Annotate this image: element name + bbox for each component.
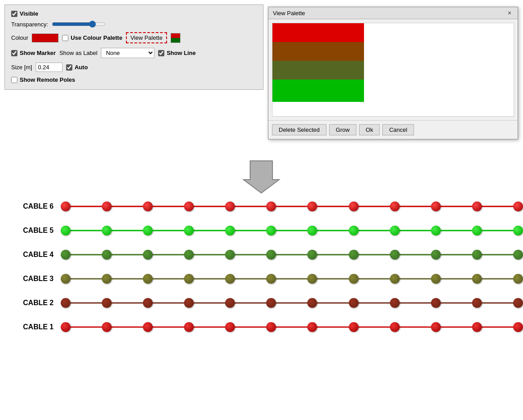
view-palette-button[interactable]: View Palette: [126, 32, 167, 43]
cable-dot: [431, 226, 441, 235]
delete-selected-button[interactable]: Delete Selected: [272, 124, 326, 135]
show-remote-poles-checkbox[interactable]: [11, 77, 17, 83]
cable-dot: [513, 298, 523, 308]
marker-row: Show Marker Show as Label None Name ID S…: [11, 48, 257, 58]
cable-dot: [349, 250, 359, 260]
cable-dot: [143, 250, 153, 260]
cable-dot: [266, 226, 276, 235]
palette-close-button[interactable]: ×: [506, 9, 513, 17]
cable-dot: [472, 226, 482, 235]
cable-dot: [266, 322, 276, 332]
cable-dot: [102, 274, 112, 284]
cable-dot: [225, 322, 235, 332]
palette-stripe-4: [272, 80, 364, 102]
cable-row: CABLE 5: [0, 225, 523, 236]
cable-label: CABLE 5: [0, 227, 54, 235]
cancel-button[interactable]: Cancel: [382, 124, 414, 135]
cable-dot: [184, 322, 194, 332]
svg-marker-0: [243, 161, 279, 193]
cable-dot: [61, 298, 71, 308]
cable-line-container: [61, 298, 523, 308]
cable-dots: [61, 298, 523, 308]
show-remote-poles-label[interactable]: Show Remote Poles: [11, 76, 75, 83]
transparency-slider[interactable]: [52, 21, 105, 28]
cable-dot: [431, 298, 441, 308]
cable-dot: [513, 250, 523, 260]
visible-checkbox-label[interactable]: Visible: [11, 10, 38, 17]
grow-button[interactable]: Grow: [329, 124, 356, 135]
cable-dot: [307, 250, 317, 260]
cable-dot: [431, 274, 441, 284]
use-colour-palette-checkbox[interactable]: [62, 35, 68, 41]
show-marker-text: Show Marker: [20, 50, 56, 56]
cable-dot: [390, 250, 400, 260]
cable-dot: [102, 298, 112, 308]
size-input[interactable]: [36, 63, 63, 72]
cable-dots: [61, 202, 523, 211]
show-as-label-text: Show as Label: [59, 50, 97, 56]
cable-dot: [349, 274, 359, 284]
cable-dot: [513, 202, 523, 211]
cable-dot: [390, 274, 400, 284]
show-line-label[interactable]: Show Line: [158, 50, 196, 56]
cable-label: CABLE 3: [0, 275, 54, 283]
cable-dot: [143, 226, 153, 235]
cable-dot: [513, 226, 523, 235]
cable-dots: [61, 274, 523, 284]
visible-row: Visible: [11, 10, 257, 17]
cable-dot: [184, 250, 194, 260]
cable-row: CABLE 1: [0, 322, 523, 332]
cable-area: CABLE 6CABLE 5CABLE 4CABLE 3CABLE 2CABLE…: [0, 197, 523, 350]
cable-line-container: [61, 322, 523, 332]
cable-dot: [472, 274, 482, 284]
cable-dot: [349, 202, 359, 211]
cable-dot: [472, 250, 482, 260]
cable-dot: [61, 322, 71, 332]
use-colour-palette-text: Use Colour Palette: [71, 34, 122, 41]
cable-row: CABLE 2: [0, 298, 523, 308]
cable-row: CABLE 4: [0, 249, 523, 260]
auto-checkbox[interactable]: [66, 64, 72, 71]
cable-dot: [390, 226, 400, 235]
palette-stripe-2: [272, 42, 364, 61]
auto-text: Auto: [75, 64, 88, 71]
show-marker-checkbox[interactable]: [11, 50, 17, 56]
cable-dot: [225, 274, 235, 284]
cable-dots: [61, 226, 523, 235]
cable-dot: [431, 250, 441, 260]
cable-dot: [184, 298, 194, 308]
size-label: Size [m]: [11, 64, 32, 71]
cable-row: CABLE 3: [0, 273, 523, 284]
remote-poles-row: Show Remote Poles: [11, 76, 257, 83]
cable-label: CABLE 1: [0, 323, 54, 331]
auto-label[interactable]: Auto: [66, 64, 88, 71]
show-remote-poles-text: Show Remote Poles: [20, 76, 75, 83]
palette-titlebar: View Palette ×: [268, 7, 518, 19]
use-colour-palette-label[interactable]: Use Colour Palette: [62, 34, 122, 41]
visible-label: Visible: [20, 10, 38, 17]
ok-button[interactable]: Ok: [359, 124, 380, 135]
transparency-label: Transparency:: [11, 21, 48, 28]
palette-canvas: [272, 23, 514, 117]
show-line-checkbox[interactable]: [158, 50, 164, 56]
cable-dot: [513, 274, 523, 284]
visible-checkbox[interactable]: [11, 11, 17, 17]
cable-dot: [61, 226, 71, 235]
cable-dot: [390, 202, 400, 211]
palette-mini-swatch: [171, 33, 180, 43]
cable-dot: [307, 226, 317, 235]
cable-dot: [266, 298, 276, 308]
transparency-row: Transparency:: [11, 21, 257, 28]
palette-stripe-3: [272, 61, 364, 80]
cable-dot: [61, 250, 71, 260]
colour-swatch[interactable]: [32, 34, 59, 42]
cable-dot: [472, 322, 482, 332]
cable-dot: [266, 250, 276, 260]
cable-dot: [102, 322, 112, 332]
cable-dot: [102, 202, 112, 211]
palette-title: View Palette: [273, 10, 305, 17]
cable-dot: [390, 322, 400, 332]
show-marker-label[interactable]: Show Marker: [11, 50, 56, 56]
show-as-label-dropdown[interactable]: None Name ID: [101, 48, 155, 58]
cable-dot: [184, 226, 194, 235]
